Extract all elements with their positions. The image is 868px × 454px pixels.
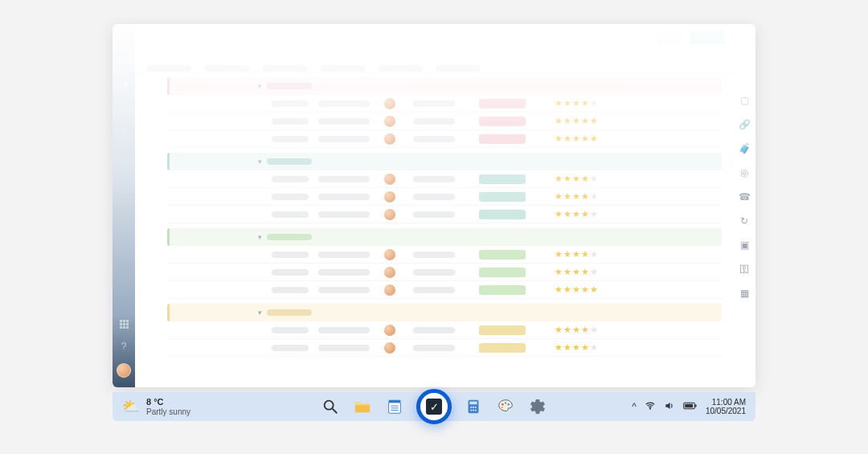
key-icon[interactable]: ⚿ [739, 264, 750, 275]
table-row[interactable]: ★★★★★ [167, 95, 722, 112]
settings-icon[interactable] [527, 396, 548, 417]
battery-icon[interactable] [683, 401, 698, 413]
cell [272, 100, 309, 107]
table-row[interactable]: ★★★★★ [167, 281, 722, 299]
status-badge [479, 343, 526, 353]
rating: ★★★★★ [555, 134, 598, 143]
rating: ★★★★★ [555, 268, 598, 276]
star-icon: ★ [563, 250, 571, 259]
image-icon[interactable]: ▦ [739, 288, 750, 299]
table-row[interactable]: ★★★★★ [167, 188, 722, 206]
wifi-icon[interactable] [645, 400, 656, 414]
rating: ★★★★★ [555, 117, 598, 125]
tab[interactable] [436, 65, 481, 72]
star-icon: ★ [572, 210, 580, 219]
sound-icon[interactable] [664, 400, 675, 414]
tray-overflow-icon[interactable]: ^ [632, 401, 637, 412]
paint-icon[interactable] [495, 396, 516, 417]
apps-icon[interactable] [118, 318, 129, 329]
header-button-b[interactable] [690, 30, 725, 44]
svg-rect-3 [389, 400, 401, 403]
panel-icon[interactable]: ▢ [739, 95, 750, 106]
star-icon: ★ [590, 134, 598, 143]
tab[interactable] [204, 65, 249, 72]
target-icon[interactable]: ◎ [739, 167, 750, 178]
status-badge [479, 250, 526, 260]
star-icon: ★ [563, 117, 571, 125]
mail-icon[interactable]: ▭ [118, 56, 129, 67]
status-badge [479, 99, 526, 108]
svg-point-10 [473, 407, 474, 408]
taskbar-active-app[interactable]: ✓ [416, 389, 452, 424]
book-icon[interactable]: ▣ [739, 239, 750, 251]
star-icon: ★ [590, 325, 598, 334]
cell [318, 252, 370, 258]
notes-icon[interactable] [384, 396, 405, 417]
table-row[interactable]: ★★★★★ [167, 339, 722, 357]
help-icon[interactable]: ? [118, 341, 129, 352]
group-header[interactable]: ▾ [167, 77, 722, 95]
cell [318, 327, 370, 333]
table-row[interactable]: ★★★★★ [167, 264, 722, 281]
cell [272, 176, 309, 182]
table-row[interactable]: ★★★★★ [167, 321, 722, 339]
svg-point-16 [505, 402, 506, 403]
star-icon: ★ [581, 192, 589, 201]
avatar [384, 209, 395, 220]
svg-point-15 [502, 403, 503, 405]
group-teal: ▾★★★★★★★★★★★★★★★ [167, 153, 722, 223]
clock-icon[interactable]: ◔ [118, 79, 129, 90]
status-badge [479, 117, 526, 126]
star-icon: ★ [581, 210, 589, 219]
svg-point-13 [473, 409, 474, 411]
group-header[interactable]: ▾ [167, 153, 722, 170]
header-button-a[interactable] [657, 30, 685, 44]
star-icon: ★ [581, 250, 589, 259]
tab[interactable] [146, 65, 191, 72]
rating: ★★★★★ [555, 250, 598, 259]
cell [413, 211, 455, 218]
table-row[interactable]: ★★★★★ [167, 206, 722, 223]
taskbar-apps: ✓ [320, 389, 548, 424]
star-icon: ★ [590, 174, 598, 183]
calculator-icon[interactable] [463, 396, 484, 417]
taskbar-clock[interactable]: 11:00 AM 10/05/2021 [706, 398, 746, 415]
cell [318, 345, 370, 351]
star-icon: ★ [572, 325, 580, 334]
status-badge [479, 285, 526, 295]
star-icon: ★ [590, 117, 598, 125]
cell [272, 252, 309, 258]
avatar[interactable] [117, 363, 131, 378]
taskbar-tray: ^ 11:00 AM 10/05/2021 [632, 398, 746, 415]
briefcase-icon[interactable]: 🧳 [739, 143, 750, 154]
star-icon: ★ [563, 210, 571, 219]
compose-icon[interactable]: ✎ [118, 34, 129, 45]
table-row[interactable]: ★★★★★ [167, 170, 722, 188]
star-icon: ★ [563, 268, 571, 276]
table-row[interactable]: ★★★★★ [167, 112, 722, 130]
star-icon: ★ [572, 285, 580, 294]
star-icon: ★ [555, 250, 563, 259]
svg-rect-22 [695, 404, 697, 407]
tab[interactable] [262, 65, 307, 72]
group-green: ▾★★★★★★★★★★★★★★★ [167, 228, 722, 299]
taskbar-weather[interactable]: ⛅ 8 °C Partly sunny [122, 397, 190, 415]
rating: ★★★★★ [555, 343, 598, 352]
phone-icon[interactable]: ☎ [739, 191, 750, 202]
table-row[interactable]: ★★★★★ [167, 246, 722, 264]
link-icon[interactable]: 🔗 [739, 119, 750, 130]
tab[interactable] [378, 65, 423, 72]
group-header[interactable]: ▾ [167, 304, 722, 321]
file-explorer-icon[interactable] [352, 396, 373, 417]
history-icon[interactable]: ↻ [739, 215, 750, 227]
star-icon: ★ [563, 285, 571, 294]
star-icon: ★ [572, 134, 580, 143]
star-icon[interactable]: ☆ [118, 101, 129, 112]
search-icon[interactable] [320, 396, 341, 417]
table-row[interactable]: ★★★★★ [167, 130, 722, 148]
tab[interactable] [320, 65, 365, 72]
plus-icon[interactable]: ＋ [118, 124, 129, 135]
group-header[interactable]: ▾ [167, 228, 722, 246]
svg-point-19 [649, 407, 650, 408]
app-left-sidebar: ✎ ▭ ◔ ☆ ＋ ? [113, 24, 135, 387]
